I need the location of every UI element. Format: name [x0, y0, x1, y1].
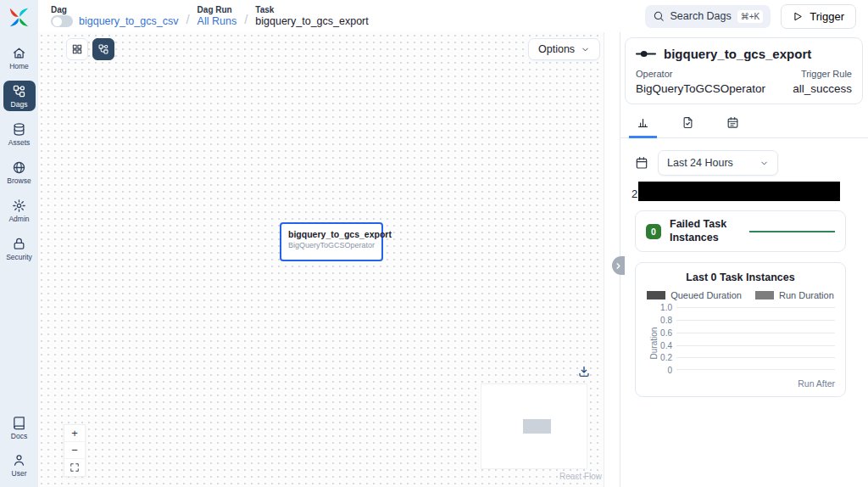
- minimap[interactable]: [481, 384, 587, 468]
- task-node-operator: BigQueryToGCSOperator: [288, 241, 375, 249]
- sidebar-item-browse[interactable]: Browse: [3, 157, 36, 188]
- chart-legend: Queued DurationRun Duration: [646, 290, 835, 300]
- time-range-value: Last 24 Hours: [667, 157, 733, 169]
- sidebar-nav: HomeDagsAssetsBrowseAdminSecurity: [3, 42, 36, 264]
- trigger-rule-value: all_success: [793, 82, 852, 95]
- play-icon: [793, 11, 804, 22]
- y-axis-tick: 0.8: [660, 316, 672, 325]
- zoom-in-button[interactable]: +: [64, 425, 85, 442]
- airflow-logo-icon[interactable]: [8, 6, 31, 29]
- gridline: [676, 369, 835, 370]
- graph-view-icon: [97, 43, 109, 55]
- task-detail-panel: bigquery_to_gcs_export Operator Trigger …: [620, 32, 868, 487]
- sidebar-item-label: Admin: [8, 215, 29, 223]
- dag-link[interactable]: bigquery_to_gcs_csv: [79, 15, 178, 27]
- docs-icon: [12, 416, 26, 430]
- search-dags-input[interactable]: Search Dags ⌘+K: [645, 5, 771, 28]
- gridline: [676, 307, 835, 308]
- sidebar-item-label: Home: [9, 62, 29, 70]
- panel-tabs: [620, 110, 868, 138]
- sidebar-item-label: Dags: [11, 100, 28, 109]
- y-axis-tick: 0.6: [660, 327, 672, 337]
- chart-xlabel: Run After: [646, 378, 835, 389]
- trigger-button[interactable]: Trigger: [781, 4, 856, 29]
- chevron-down-icon: [760, 159, 769, 168]
- sidebar-item-admin[interactable]: Admin: [3, 195, 36, 226]
- y-axis-tick: 0: [667, 366, 672, 375]
- gridline: [676, 357, 835, 358]
- graph-view-button[interactable]: [92, 38, 114, 60]
- home-icon: [12, 46, 26, 60]
- operator-label: Operator: [636, 69, 672, 79]
- panel-collapse-handle[interactable]: [612, 256, 625, 275]
- sidebar-item-dags[interactable]: Dags: [3, 81, 36, 111]
- legend-item: Queued Duration: [647, 290, 742, 300]
- sidebar-item-docs[interactable]: Docs: [3, 412, 36, 443]
- task-node[interactable]: bigquery_to_gcs_export BigQueryToGCSOper…: [280, 222, 383, 261]
- time-range-select[interactable]: Last 24 Hours: [658, 150, 778, 176]
- user-icon: [12, 453, 26, 467]
- task-label: Task: [255, 5, 368, 14]
- tab-bar-chart[interactable]: [629, 110, 657, 138]
- calendar-icon: [635, 156, 648, 170]
- sidebar-item-label: Browse: [7, 176, 31, 185]
- fit-view-icon: [70, 462, 80, 473]
- breadcrumb-dag-run: Dag Run All Runs: [198, 5, 237, 27]
- download-graph-button[interactable]: [577, 365, 591, 378]
- search-icon: [653, 10, 665, 22]
- zoom-controls: + −: [64, 424, 86, 477]
- breadcrumb-separator: /: [186, 12, 189, 26]
- chevron-down-icon: [581, 45, 590, 54]
- chart-plot: Duration 1.00.80.60.40.20: [646, 307, 835, 370]
- dag-run-link[interactable]: All Runs: [198, 15, 237, 27]
- sidebar-item-assets[interactable]: Assets: [3, 119, 36, 149]
- chevron-right-icon: [614, 261, 623, 271]
- legend-label: Run Duration: [779, 290, 834, 300]
- y-axis-tick: 0.2: [660, 353, 672, 362]
- gridline: [676, 333, 835, 333]
- sidebar-item-security[interactable]: Security: [3, 233, 36, 264]
- operator-value: BigQueryToGCSOperator: [636, 82, 765, 95]
- sidebar-item-label: Security: [6, 253, 32, 261]
- sidebar-item-user[interactable]: User: [3, 450, 36, 480]
- options-button[interactable]: Options: [528, 38, 600, 60]
- breadcrumb-dag: Dag bigquery_to_gcs_csv: [51, 5, 178, 27]
- redacted-timestamp: 2: [635, 182, 846, 201]
- graph-canvas[interactable]: Options bigquery_to_gcs_export BigQueryT…: [38, 32, 620, 487]
- failed-count-badge: 0: [646, 224, 661, 239]
- sidebar-item-label: User: [12, 469, 27, 478]
- failed-sparkline: [749, 231, 835, 232]
- dag-pause-toggle[interactable]: [51, 15, 73, 27]
- grid-view-button[interactable]: [66, 38, 88, 60]
- chart-yticks: 1.00.80.60.40.20: [656, 307, 676, 370]
- y-axis-tick: 1.0: [660, 303, 672, 312]
- zoom-out-button[interactable]: −: [64, 442, 85, 459]
- search-placeholder: Search Dags: [670, 10, 732, 22]
- gridline: [676, 320, 835, 321]
- calendar-lines-icon: [726, 116, 739, 129]
- panel-content: Last 24 Hours 2 0 Failed Task Instances …: [620, 138, 868, 397]
- sidebar-item-home[interactable]: Home: [3, 42, 36, 73]
- download-icon: [577, 365, 591, 378]
- failed-task-instances-card: 0 Failed Task Instances: [635, 210, 846, 252]
- grid-view-icon: [71, 43, 83, 55]
- tab-calendar-lines[interactable]: [719, 110, 747, 138]
- sidebar-item-label: Docs: [11, 432, 27, 440]
- chart-plot-area: [676, 307, 835, 370]
- minimap-node: [523, 419, 551, 434]
- file-check-icon: [682, 116, 694, 129]
- dags-icon: [12, 84, 26, 98]
- failed-card-label: Failed Task Instances: [670, 218, 741, 244]
- sidebar-item-label: Assets: [8, 138, 31, 147]
- panel-task-title: bigquery_to_gcs_export: [664, 47, 811, 61]
- browse-icon: [12, 160, 26, 175]
- tab-file-check[interactable]: [674, 110, 702, 138]
- admin-icon: [12, 199, 26, 213]
- legend-swatch: [647, 291, 665, 299]
- options-label: Options: [538, 43, 575, 55]
- sidebar: HomeDagsAssetsBrowseAdminSecurity DocsUs…: [0, 0, 38, 487]
- task-node-title: bigquery_to_gcs_export: [288, 229, 375, 239]
- dag-label: Dag: [51, 5, 178, 14]
- fit-view-button[interactable]: [64, 459, 85, 476]
- top-header: Dag bigquery_to_gcs_csv / Dag Run All Ru…: [38, 0, 868, 32]
